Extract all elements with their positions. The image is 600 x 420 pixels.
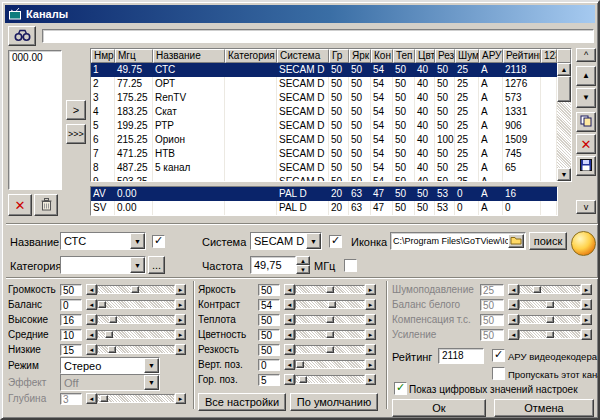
slider-thumb[interactable] bbox=[105, 331, 113, 338]
table-row[interactable]: 9503.25SECAM D50505450405025A bbox=[91, 175, 557, 181]
frequency-spinner[interactable]: 49,75 ▲ ▼ bbox=[250, 256, 310, 274]
mode-combo[interactable]: Стерео ▼ bbox=[60, 357, 160, 374]
slider-track[interactable] bbox=[295, 330, 365, 339]
slider-control[interactable]: ◄► bbox=[284, 329, 376, 340]
slider-right-arrow-icon[interactable]: ► bbox=[365, 329, 376, 340]
column-header-4[interactable]: Категория bbox=[225, 49, 277, 63]
delete-frequency-button[interactable]: ✕ bbox=[8, 194, 32, 216]
slider-track[interactable] bbox=[295, 300, 365, 309]
list-item[interactable]: 000.00 bbox=[9, 51, 61, 64]
chevron-down-icon[interactable]: ▼ bbox=[130, 233, 145, 249]
agc-checkbox-label[interactable]: АРУ видеодекодера bbox=[508, 351, 597, 362]
slider-right-arrow-icon[interactable]: ► bbox=[175, 314, 186, 325]
slider-control[interactable]: ◄► bbox=[86, 299, 186, 310]
slider-right-arrow-icon[interactable]: ► bbox=[365, 374, 376, 385]
system-checkbox[interactable]: ✓ bbox=[329, 235, 342, 248]
name-checkbox[interactable]: ✓ bbox=[152, 235, 165, 248]
chevron-down-icon[interactable]: ▼ bbox=[306, 233, 321, 249]
slider-left-arrow-icon[interactable]: ◄ bbox=[284, 329, 295, 340]
show-digits-label[interactable]: Показ цифровых значений настроек bbox=[409, 384, 578, 395]
slider-left-arrow-icon[interactable]: ◄ bbox=[86, 329, 97, 340]
scrollbar-thumb[interactable] bbox=[557, 76, 571, 102]
frequency-checkbox[interactable] bbox=[344, 259, 357, 272]
slider-control[interactable]: ◄► bbox=[86, 284, 186, 295]
icon-browse-button[interactable] bbox=[508, 234, 524, 248]
icon-path-field[interactable]: C:\Program Files\GoTView\Icons\CTC. bbox=[390, 232, 526, 250]
copy-channel-button[interactable] bbox=[576, 112, 596, 132]
slider-thumb[interactable] bbox=[326, 316, 334, 323]
defaults-button[interactable]: По умолчанию bbox=[290, 393, 378, 411]
slider-track[interactable] bbox=[295, 285, 365, 294]
slider-control[interactable]: ◄► bbox=[284, 299, 376, 310]
slider-left-arrow-icon[interactable]: ◄ bbox=[284, 374, 295, 385]
column-header-3[interactable]: Название bbox=[153, 49, 225, 63]
column-header-12[interactable]: Шум bbox=[455, 49, 479, 63]
column-header-13[interactable]: АРУ bbox=[479, 49, 503, 63]
column-header-10[interactable]: Цвт bbox=[415, 49, 435, 63]
slider-right-arrow-icon[interactable]: ► bbox=[175, 344, 186, 355]
slider-control[interactable]: ◄► bbox=[86, 344, 186, 355]
slider-right-arrow-icon[interactable]: ► bbox=[365, 359, 376, 370]
slider-track[interactable] bbox=[97, 330, 175, 339]
column-header-5[interactable]: Система bbox=[277, 49, 329, 63]
table-row[interactable]: SV0.00PAL D2063475050530A0 bbox=[91, 201, 557, 215]
slider-thumb[interactable] bbox=[326, 346, 334, 353]
slider-right-arrow-icon[interactable]: ► bbox=[365, 344, 376, 355]
trash-button[interactable] bbox=[34, 194, 58, 216]
system-combo[interactable]: SECAM D ▼ bbox=[250, 232, 322, 250]
table-row[interactable]: AV0.00PAL D2063475050530A16 bbox=[91, 187, 557, 201]
slider-control[interactable]: ◄► bbox=[284, 374, 376, 385]
panel-scroll-down-button[interactable]: v bbox=[576, 200, 596, 214]
column-header-2[interactable]: Мгц bbox=[115, 49, 153, 63]
table-row[interactable]: 8487.255 каналSECAM D50505450405025A65 bbox=[91, 161, 557, 175]
ok-button[interactable]: Ок bbox=[392, 399, 486, 417]
table-row[interactable]: 3175.25RenTVSECAM D50505450405025A573 bbox=[91, 91, 557, 105]
column-header-6[interactable]: Гр bbox=[329, 49, 349, 63]
slider-track[interactable] bbox=[295, 375, 365, 384]
search-button[interactable] bbox=[8, 26, 36, 46]
scroll-up-icon[interactable]: ▲ bbox=[557, 63, 571, 76]
slider-thumb[interactable] bbox=[131, 286, 139, 293]
slider-left-arrow-icon[interactable]: ◄ bbox=[86, 284, 97, 295]
vertical-scrollbar[interactable]: ▲ ▼ bbox=[557, 63, 571, 181]
slider-right-arrow-icon[interactable]: ► bbox=[175, 299, 186, 310]
agc-checkbox[interactable]: ✓ bbox=[492, 349, 505, 362]
delete-channel-button[interactable]: ✕ bbox=[576, 134, 596, 154]
slider-thumb[interactable] bbox=[108, 346, 116, 353]
category-browse-button[interactable]: ... bbox=[148, 256, 165, 274]
slider-left-arrow-icon[interactable]: ◄ bbox=[284, 344, 295, 355]
table-row[interactable]: 5199.25РТРSECAM D50505450405025A906 bbox=[91, 119, 557, 133]
slider-track[interactable] bbox=[97, 315, 175, 324]
slider-left-arrow-icon[interactable]: ◄ bbox=[86, 299, 97, 310]
scroll-down-icon[interactable]: ▼ bbox=[557, 168, 571, 181]
slider-thumb[interactable] bbox=[326, 286, 334, 293]
slider-control[interactable]: ◄► bbox=[284, 359, 376, 370]
slider-right-arrow-icon[interactable]: ► bbox=[175, 284, 186, 295]
slider-thumb[interactable] bbox=[296, 361, 304, 368]
slider-left-arrow-icon[interactable]: ◄ bbox=[86, 344, 97, 355]
all-settings-button[interactable]: Все настройки bbox=[198, 393, 286, 411]
slider-track[interactable] bbox=[295, 315, 365, 324]
cancel-button[interactable]: Отмена bbox=[494, 399, 594, 417]
slider-right-arrow-icon[interactable]: ► bbox=[175, 329, 186, 340]
slider-track[interactable] bbox=[97, 345, 175, 354]
column-header-15[interactable]: 123 bbox=[541, 49, 557, 63]
name-combo[interactable]: СТС ▼ bbox=[60, 232, 146, 250]
slider-right-arrow-icon[interactable]: ► bbox=[365, 314, 376, 325]
table-row[interactable]: 4183.25СкатSECAM D50505450405025A1331 bbox=[91, 105, 557, 119]
slider-left-arrow-icon[interactable]: ◄ bbox=[86, 314, 97, 325]
scan-field[interactable] bbox=[42, 29, 594, 43]
slider-track[interactable] bbox=[295, 360, 365, 369]
slider-thumb[interactable] bbox=[299, 376, 307, 383]
slider-thumb[interactable] bbox=[326, 331, 334, 338]
icon-search-button[interactable]: поиск bbox=[529, 232, 567, 250]
save-button[interactable] bbox=[576, 156, 596, 176]
chevron-down-icon[interactable]: ▼ bbox=[130, 257, 145, 273]
table-row[interactable]: 277.25ОРТSECAM D50505450405025A1276 bbox=[91, 77, 557, 91]
slider-control[interactable]: ◄► bbox=[86, 314, 186, 325]
slider-right-arrow-icon[interactable]: ► bbox=[365, 299, 376, 310]
move-one-button[interactable]: > bbox=[66, 100, 86, 120]
move-all-button[interactable]: >>> bbox=[66, 124, 86, 144]
rating-field[interactable]: 2118 bbox=[438, 348, 484, 364]
table-row[interactable]: 149.75СТСSECAM D50505450405025A2118 bbox=[91, 63, 557, 77]
